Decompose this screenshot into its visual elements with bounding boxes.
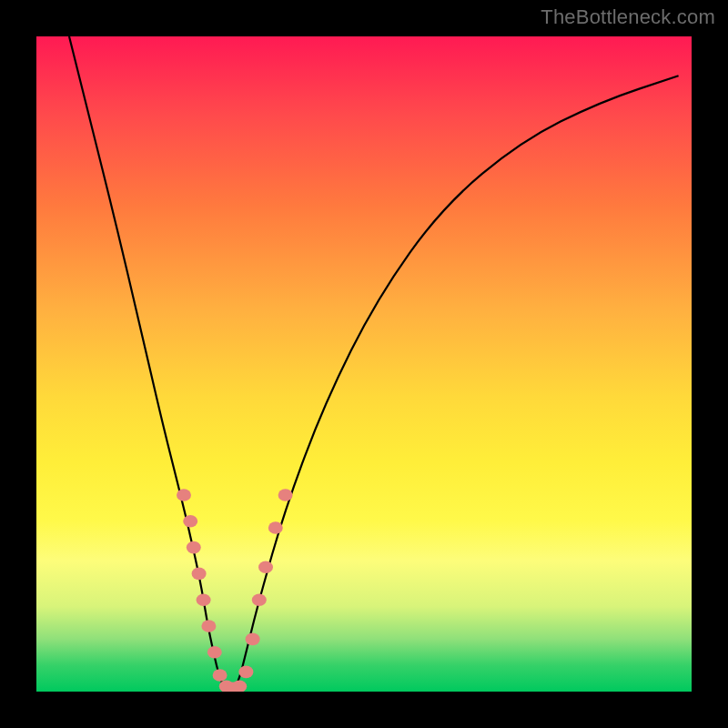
curve-markers-group [177,489,293,692]
curve-marker [258,561,273,573]
curve-marker [183,515,197,528]
curve-marker [252,593,267,606]
bottleneck-curve-line [69,36,679,692]
curve-marker [278,489,293,501]
gradient-plot-area [36,36,692,692]
curve-marker [177,489,191,501]
curve-marker [268,521,283,534]
black-frame: TheBottleneck.com [0,0,728,728]
curve-marker [192,568,207,581]
curve-marker [197,593,211,606]
curve-marker [246,633,260,646]
bottleneck-chart-svg [36,36,692,692]
curve-marker [238,666,253,679]
curve-marker [207,646,222,659]
curve-marker [201,620,216,632]
watermark-text: TheBottleneck.com [541,5,715,29]
curve-marker [232,680,247,692]
curve-marker [187,541,201,554]
curve-marker [213,669,228,682]
